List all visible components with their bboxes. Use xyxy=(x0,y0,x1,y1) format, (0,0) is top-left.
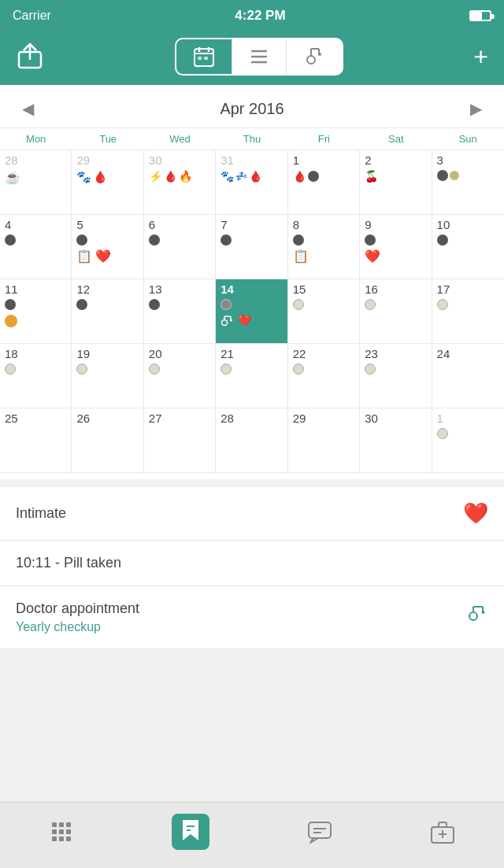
event-doctor-title: Doctor appointment xyxy=(16,600,139,617)
moon-full9-icon xyxy=(365,364,376,375)
event-doctor-text: Doctor appointment Yearly checkup xyxy=(16,600,139,634)
calendar-icon xyxy=(193,46,215,68)
cup-icon: ☕ xyxy=(5,170,20,185)
month-navigation: ◀ Apr 2016 ▶ xyxy=(0,85,504,127)
dots-grid-icon xyxy=(49,819,74,844)
cal-day-29[interactable]: 29 xyxy=(288,408,360,473)
cal-day-10[interactable]: 10 xyxy=(432,215,504,279)
bottom-tab-chat[interactable] xyxy=(295,813,345,851)
cal-day-7[interactable]: 7 xyxy=(216,215,287,279)
events-section: Intimate ❤️ 10:11 - Pill taken Doctor ap… xyxy=(0,487,504,649)
cal-day-30-mar[interactable]: 30 ⚡ 🩸 🔥 xyxy=(144,150,216,215)
cal-day-1-may[interactable]: 1 xyxy=(432,408,504,473)
next-month-button[interactable]: ▶ xyxy=(464,96,488,121)
svg-rect-6 xyxy=(198,57,202,60)
tab-health[interactable] xyxy=(287,39,342,74)
svg-point-20 xyxy=(230,319,232,322)
cal-day-11[interactable]: 11 xyxy=(0,279,72,344)
cal-day-2[interactable]: 2 🍒 xyxy=(360,150,432,215)
bookmark-bg xyxy=(172,814,209,850)
paw2-icon: 🐾 xyxy=(220,170,234,183)
month-year-label: Apr 2016 xyxy=(220,100,284,118)
svg-point-25 xyxy=(482,611,485,614)
cal-day-20[interactable]: 20 xyxy=(144,344,216,408)
tab-calendar[interactable] xyxy=(176,39,232,74)
svg-rect-7 xyxy=(204,57,208,60)
cal-day-5[interactable]: 5 📋 ❤️ xyxy=(72,215,143,279)
toolbar-tabs xyxy=(175,38,343,76)
event-intimate-title: Intimate xyxy=(16,505,66,522)
status-right xyxy=(469,10,491,21)
share-button[interactable] xyxy=(16,41,44,72)
moon-full3-icon xyxy=(437,299,448,310)
day-header-fri: Fri xyxy=(288,128,360,150)
svg-rect-32 xyxy=(52,837,57,841)
day-header-mon: Mon xyxy=(0,128,72,150)
day-header-tue: Tue xyxy=(72,128,143,150)
cal-day-8[interactable]: 8 📋 xyxy=(288,215,360,279)
bottom-tab-dots[interactable] xyxy=(36,813,87,851)
event-intimate[interactable]: Intimate ❤️ xyxy=(0,487,504,541)
svg-rect-37 xyxy=(309,822,331,838)
cal-day-31-mar[interactable]: 31 🐾 💤 🩸 xyxy=(216,150,287,215)
cal-day-1[interactable]: 1 🩸 xyxy=(288,150,360,215)
cal-day-27[interactable]: 27 xyxy=(144,408,216,473)
cal-day-17[interactable]: 17 xyxy=(432,279,504,344)
cal-day-23[interactable]: 23 xyxy=(360,344,432,408)
tab-list[interactable] xyxy=(232,39,287,74)
cal-day-19[interactable]: 19 xyxy=(72,344,143,408)
moon-full8-icon xyxy=(293,364,304,375)
cal-day-18[interactable]: 18 xyxy=(0,344,72,408)
cal-day-15[interactable]: 15 xyxy=(288,279,360,344)
cal-day-4[interactable]: 4 xyxy=(0,215,72,279)
event-doctor[interactable]: Doctor appointment Yearly checkup xyxy=(0,586,504,649)
battery-icon xyxy=(469,10,491,21)
prev-month-button[interactable]: ◀ xyxy=(16,96,40,121)
cal-day-3[interactable]: 3 xyxy=(432,150,504,215)
cherry-icon: 🍒 xyxy=(365,170,378,183)
bottom-tab-medical[interactable] xyxy=(417,813,468,851)
steth-today-icon xyxy=(220,313,235,327)
cal-day-9[interactable]: 9 ❤️ xyxy=(360,215,432,279)
cal-day-6[interactable]: 6 xyxy=(144,215,216,279)
cal-day-30[interactable]: 30 xyxy=(360,408,432,473)
stethoscope-event-icon xyxy=(468,602,488,622)
cal-day-21[interactable]: 21 xyxy=(216,344,287,408)
cal-day-22[interactable]: 22 xyxy=(288,344,360,408)
bottom-tab-bookmark[interactable] xyxy=(159,807,222,856)
svg-rect-33 xyxy=(59,837,64,841)
day-header-sun: Sun xyxy=(432,128,504,150)
health-icon xyxy=(303,46,325,68)
moon-full2-icon xyxy=(365,299,376,310)
moon3-icon xyxy=(5,235,16,246)
svg-rect-31 xyxy=(66,829,71,834)
add-button[interactable]: + xyxy=(473,44,488,69)
cal-day-26[interactable]: 26 xyxy=(72,408,143,473)
moon6-icon xyxy=(220,235,232,246)
cal-day-25[interactable]: 25 xyxy=(0,408,72,473)
moon10-icon xyxy=(5,299,16,310)
moon4-icon xyxy=(76,235,87,246)
heart3-icon: ❤️ xyxy=(365,249,380,263)
cal-day-16[interactable]: 16 xyxy=(360,279,432,344)
cal-day-14-today[interactable]: 14 ❤️ xyxy=(216,279,287,344)
flame-icon: 🔥 xyxy=(179,170,192,183)
moon12-icon xyxy=(149,299,160,310)
moon-full-icon xyxy=(293,299,304,310)
cal-day-28[interactable]: 28 xyxy=(216,408,287,473)
moon-full5-icon xyxy=(76,364,87,375)
svg-rect-27 xyxy=(59,822,64,827)
cal-day-29-mar[interactable]: 29 🐾 🩸 xyxy=(72,150,143,215)
event-doctor-subtitle: Yearly checkup xyxy=(16,620,139,634)
cal-day-13[interactable]: 13 xyxy=(144,279,216,344)
heart-today-icon: ❤️ xyxy=(238,314,251,327)
svg-rect-30 xyxy=(59,829,64,834)
moon-may1-icon xyxy=(437,428,448,439)
day-headers: Mon Tue Wed Thu Fri Sat Sun xyxy=(0,127,504,150)
zzz-icon: 💤 xyxy=(235,171,247,182)
cal-day-24[interactable]: 24 xyxy=(432,344,504,408)
heart2-icon: ❤️ xyxy=(95,249,111,264)
cal-day-12[interactable]: 12 xyxy=(72,279,143,344)
cal-day-28-mar[interactable]: 28 ☕ xyxy=(0,150,72,215)
event-pill[interactable]: 10:11 - Pill taken xyxy=(0,541,504,586)
